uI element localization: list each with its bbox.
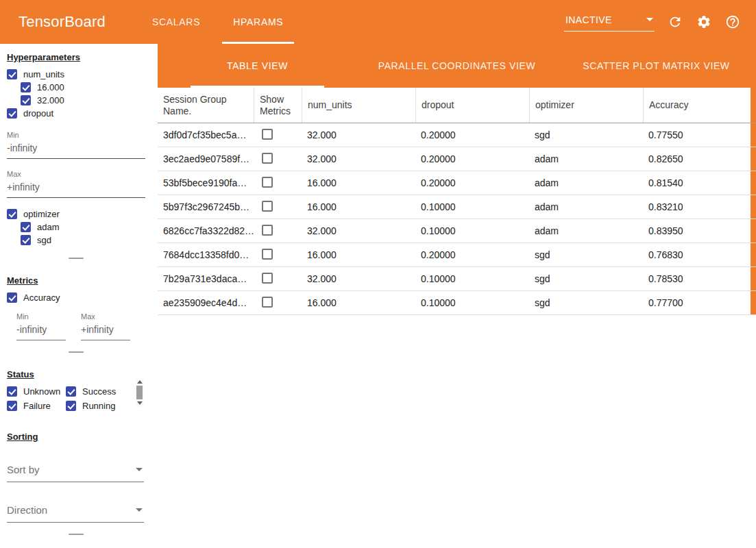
table-row: 6826cc7fa3322d82… 32.000 0.10000 adam 0.… bbox=[158, 219, 756, 243]
show-metrics-cell bbox=[254, 129, 302, 142]
optimizer-adam-checkbox[interactable] bbox=[21, 222, 31, 232]
show-metrics-checkbox[interactable] bbox=[262, 249, 273, 260]
status-running-row[interactable]: Running bbox=[66, 399, 145, 412]
show-metrics-cell bbox=[254, 201, 302, 214]
hparams-sidebar: Hyperparameters num_units 16.000 32.000 … bbox=[0, 44, 152, 548]
scrollbar-thumb[interactable] bbox=[136, 386, 143, 399]
status-failure-row[interactable]: Failure bbox=[7, 399, 66, 412]
status-dropdown-value: INACTIVE bbox=[565, 14, 612, 25]
session-group-name: 3ec2aed9e07589f… bbox=[158, 153, 254, 164]
status-unknown-checkbox[interactable] bbox=[7, 386, 17, 397]
metrics-min-input[interactable]: -infinity bbox=[16, 321, 66, 340]
table-row: 3df0d7cf35bec5a… 32.000 0.20000 sgd 0.77… bbox=[158, 123, 756, 147]
sort-by-select[interactable]: Sort by bbox=[7, 460, 144, 482]
show-metrics-checkbox[interactable] bbox=[262, 153, 273, 164]
col-optimizer: optimizer bbox=[529, 88, 643, 123]
direction-select[interactable]: Direction bbox=[7, 500, 144, 523]
optimizer-option-row[interactable]: sgd bbox=[21, 234, 145, 247]
status-options: Unknown Success Failure Running bbox=[7, 385, 145, 412]
accuracy-cell: 0.81540 bbox=[643, 177, 751, 188]
dropout-cell: 0.20000 bbox=[415, 129, 529, 140]
dropout-cell: 0.10000 bbox=[415, 201, 529, 212]
show-metrics-checkbox[interactable] bbox=[262, 177, 273, 188]
pane-resize-handle[interactable] bbox=[69, 351, 84, 353]
status-scrollbar[interactable] bbox=[136, 379, 143, 406]
num-units-row[interactable]: num_units bbox=[7, 68, 145, 81]
status-running-checkbox[interactable] bbox=[66, 401, 76, 411]
pane-resize-handle[interactable] bbox=[69, 534, 84, 535]
optimizer-option-row[interactable]: adam bbox=[21, 221, 145, 234]
session-group-name: 53bf5bece9190fa… bbox=[158, 177, 254, 188]
hyperparameters-pane: Hyperparameters num_units 16.000 32.000 … bbox=[0, 44, 152, 249]
tab-scalars[interactable]: SCALARS bbox=[136, 0, 217, 44]
status-dropdown[interactable]: INACTIVE bbox=[564, 13, 655, 32]
dropout-max-input[interactable]: +infinity bbox=[7, 178, 145, 198]
app-title: TensorBoard bbox=[19, 13, 106, 31]
status-success-row[interactable]: Success bbox=[66, 385, 145, 398]
pane-resize-handle[interactable] bbox=[69, 258, 84, 259]
metrics-max-input[interactable]: +infinity bbox=[81, 321, 130, 340]
optimizer-cell: sgd bbox=[529, 129, 643, 140]
session-group-name: 7684dcc13358fd0… bbox=[158, 249, 254, 260]
show-metrics-cell bbox=[254, 273, 302, 286]
scroll-down-icon[interactable] bbox=[137, 401, 143, 405]
optimizer-checkbox[interactable] bbox=[7, 209, 17, 219]
dropout-cell: 0.10000 bbox=[415, 297, 529, 308]
show-metrics-checkbox[interactable] bbox=[262, 297, 273, 308]
optimizer-sgd-checkbox[interactable] bbox=[21, 235, 31, 245]
row-accent-strip bbox=[751, 195, 756, 219]
optimizer-cell: adam bbox=[529, 201, 643, 212]
optimizer-cell: adam bbox=[529, 225, 643, 236]
table-header: Session Group Name. Show Metrics num_uni… bbox=[158, 88, 756, 123]
num-units-16-label: 16.000 bbox=[37, 82, 64, 92]
num-units-checkbox[interactable] bbox=[7, 69, 17, 79]
tab-table-view[interactable]: TABLE VIEW bbox=[158, 44, 357, 88]
num-units-option-row[interactable]: 16.000 bbox=[21, 81, 145, 94]
tab-parallel-coordinates-view[interactable]: PARALLEL COORDINATES VIEW bbox=[357, 44, 557, 88]
accuracy-cell: 0.83950 bbox=[643, 225, 751, 236]
dropout-cell: 0.10000 bbox=[415, 273, 529, 284]
gear-icon bbox=[696, 14, 711, 29]
status-failure-checkbox[interactable] bbox=[7, 401, 17, 411]
num-units-16-checkbox[interactable] bbox=[21, 82, 31, 92]
col-show-metrics: Show Metrics bbox=[254, 88, 302, 123]
num-units-cell: 32.000 bbox=[302, 273, 415, 284]
dropout-checkbox[interactable] bbox=[7, 108, 17, 119]
scroll-up-icon[interactable] bbox=[137, 380, 143, 384]
optimizer-cell: sgd bbox=[529, 297, 643, 308]
help-button[interactable] bbox=[724, 14, 741, 30]
show-metrics-checkbox[interactable] bbox=[262, 273, 273, 284]
settings-button[interactable] bbox=[696, 14, 712, 30]
accuracy-cell: 0.77550 bbox=[643, 129, 751, 140]
status-unknown-label: Unknown bbox=[23, 386, 60, 397]
tab-hparams[interactable]: HPARAMS bbox=[217, 0, 300, 44]
show-metrics-checkbox[interactable] bbox=[262, 225, 273, 236]
accuracy-cell: 0.76830 bbox=[643, 249, 751, 260]
dropout-max-label: Max bbox=[7, 170, 145, 178]
direction-value: Direction bbox=[7, 504, 47, 516]
top-nav-tabs: SCALARS HPARAMS bbox=[136, 0, 300, 44]
num-units-32-checkbox[interactable] bbox=[21, 95, 31, 105]
status-unknown-row[interactable]: Unknown bbox=[7, 385, 66, 398]
session-group-name: 6826cc7fa3322d82… bbox=[158, 225, 254, 236]
table-row: ae235909ec4e4d… 16.000 0.10000 sgd 0.777… bbox=[158, 291, 756, 315]
optimizer-row[interactable]: optimizer bbox=[7, 208, 145, 221]
col-dropout: dropout bbox=[415, 88, 529, 123]
num-units-option-row[interactable]: 32.000 bbox=[21, 94, 145, 107]
col-session-group-name: Session Group Name. bbox=[158, 88, 254, 123]
accuracy-row[interactable]: Accuracy bbox=[7, 291, 145, 304]
show-metrics-cell bbox=[254, 153, 302, 166]
help-icon bbox=[725, 14, 740, 29]
row-accent-strip bbox=[751, 267, 756, 290]
dropout-row[interactable]: dropout bbox=[7, 107, 145, 120]
show-metrics-checkbox[interactable] bbox=[262, 201, 273, 212]
show-metrics-checkbox[interactable] bbox=[262, 129, 273, 140]
dropout-min-input[interactable]: -infinity bbox=[7, 139, 145, 159]
accuracy-checkbox[interactable] bbox=[7, 292, 17, 303]
status-success-checkbox[interactable] bbox=[66, 386, 76, 397]
tab-scatter-plot-matrix-view[interactable]: SCATTER PLOT MATRIX VIEW bbox=[557, 44, 756, 88]
optimizer-cell: sgd bbox=[529, 273, 643, 284]
reload-button[interactable] bbox=[667, 14, 683, 30]
metrics-heading: Metrics bbox=[7, 275, 145, 286]
show-metrics-cell bbox=[254, 249, 302, 262]
